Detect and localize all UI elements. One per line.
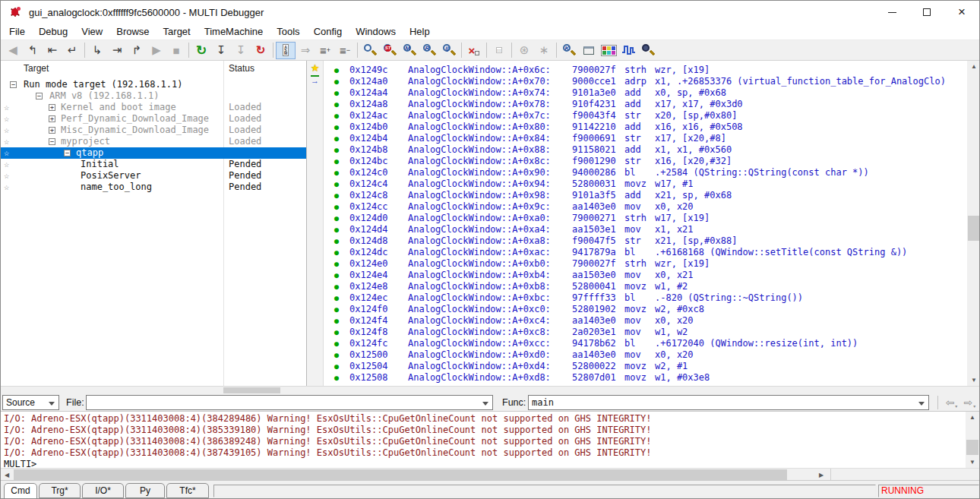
tree-row-run-mode-target[interactable]: Run mode target (192.168.1.1) xyxy=(1,79,306,90)
breakpoint-dot-icon[interactable] xyxy=(324,110,349,122)
go-resume-icon[interactable]: ↻ xyxy=(191,42,211,59)
tab-io[interactable]: I/O* xyxy=(82,483,124,498)
step-over-icon[interactable]: ⇥ xyxy=(107,42,127,59)
disasm-row[interactable]: 0x124f0 AnalogClockWindow::A+0xc0: 52801… xyxy=(324,304,967,315)
disasm-row[interactable]: 0x124fc AnalogClockWindow::A+0xcc: 94178… xyxy=(324,338,967,349)
scroll-right-icon[interactable]: ▶ xyxy=(815,469,827,481)
tree-expander-icon[interactable] xyxy=(10,81,17,88)
breakpoint-dot-icon[interactable] xyxy=(324,167,349,178)
breakpoint-dot-icon[interactable] xyxy=(324,178,349,190)
scroll-up-icon[interactable]: ▲ xyxy=(967,61,980,72)
scroll-up-icon[interactable]: ▲ xyxy=(966,412,979,423)
disasm-row[interactable]: 0x124c8 AnalogClockWindow::A+0x98: 9101a… xyxy=(324,190,967,201)
source-mode-select[interactable]: Source xyxy=(2,395,59,410)
tab-tfc[interactable]: Tfc* xyxy=(166,483,209,498)
tree-hscrollbar[interactable] xyxy=(1,386,979,393)
disasm-row[interactable]: 0x124ac AnalogClockWindow::A+0x7c: f9004… xyxy=(324,110,967,122)
tree-row-name-too-long[interactable]: name_too_long Pended xyxy=(1,182,306,193)
disasm-vscrollbar[interactable]: ▲ ▼ xyxy=(967,61,980,386)
step-into-icon[interactable]: ↳ xyxy=(87,42,107,59)
disasm-row[interactable]: 0x12508 AnalogClockWindow::A+0xd8: 52807… xyxy=(324,372,967,384)
event-analyzer-icon[interactable] xyxy=(618,42,638,59)
view-source-window-icon[interactable] xyxy=(360,42,380,59)
bookmark-star-icon[interactable] xyxy=(4,170,16,182)
bookmark-star-icon[interactable] xyxy=(4,159,16,170)
disasm-row[interactable]: 0x124b0 AnalogClockWindow::A+0x80: 91142… xyxy=(324,122,967,133)
tree-row-initial[interactable]: Initial Pended xyxy=(1,159,306,170)
program-counter-icon[interactable]: → xyxy=(311,75,319,84)
tree-expander-icon[interactable] xyxy=(49,127,55,134)
disasm-row[interactable]: 0x124cc AnalogClockWindow::A+0x9c: aa140… xyxy=(324,201,967,213)
console-hscrollbar[interactable]: ◀ ▶ xyxy=(1,468,979,480)
bookmark-star-icon[interactable] xyxy=(4,136,16,147)
bookmark-star-icon[interactable] xyxy=(4,102,16,113)
console-vscroll-thumb[interactable] xyxy=(966,440,978,455)
disasm-row[interactable]: 0x124b4 AnalogClockWindow::A+0x84: f9000… xyxy=(324,133,967,144)
breakpoint-dot-icon[interactable] xyxy=(324,304,349,315)
halt-icon[interactable]: ■ xyxy=(166,42,186,59)
tree-row-qtapp[interactable]: qtapp xyxy=(1,147,306,159)
disasm-row[interactable]: 0x1249c AnalogClockWindow::A+0x6c: 79000… xyxy=(324,65,967,76)
breakpoint-dot-icon[interactable] xyxy=(324,156,349,167)
breakpoint-dot-icon[interactable] xyxy=(324,315,349,327)
tree-row-myproject[interactable]: myproject Loaded xyxy=(1,136,306,147)
disasm-row[interactable]: 0x12504 AnalogClockWindow::A+0xd4: 52800… xyxy=(324,361,967,372)
disasm-vscroll-thumb[interactable] xyxy=(968,216,980,241)
bookmark-star-icon[interactable] xyxy=(4,182,16,193)
editor-icon[interactable]: ≡≡ xyxy=(489,42,509,59)
view-stops-window-icon[interactable]: ST xyxy=(380,42,400,59)
favorite-star-icon[interactable]: ★ xyxy=(311,63,320,74)
disasm-row[interactable]: 0x124a4 AnalogClockWindow::A+0x74: 9101a… xyxy=(324,87,967,99)
disasm-row[interactable]: 0x124d0 AnalogClockWindow::A+0xa0: 79000… xyxy=(324,213,967,224)
navigate-forward-button[interactable]: ⇨▾ xyxy=(961,395,978,410)
disasm-row[interactable]: 0x124e0 AnalogClockWindow::A+0xb0: 79000… xyxy=(324,258,967,270)
minimize-button[interactable] xyxy=(874,1,909,24)
menu-tools[interactable]: Tools xyxy=(270,24,306,39)
console-hscroll-thumb[interactable] xyxy=(14,469,787,480)
menu-view[interactable]: View xyxy=(74,24,109,39)
expand-blocks-icon[interactable]: ≡+ xyxy=(315,42,335,59)
connect-target-icon[interactable]: ⊛ xyxy=(514,42,534,59)
menu-debug[interactable]: Debug xyxy=(32,24,74,39)
breakpoint-dot-icon[interactable] xyxy=(324,281,349,292)
tree-expander-icon[interactable] xyxy=(49,104,55,111)
load-symbols-icon[interactable]: ↧ xyxy=(231,42,251,59)
tree-expander-icon[interactable] xyxy=(64,150,71,156)
scroll-left-icon[interactable]: ◀ xyxy=(1,469,13,481)
bookmark-star-icon[interactable] xyxy=(4,113,16,125)
navigate-back-button[interactable]: ⇦▾ xyxy=(943,395,960,410)
breakpoints-window-icon[interactable]: × xyxy=(464,42,484,59)
step-back-icon[interactable]: ⇤ xyxy=(43,42,62,59)
disasm-row[interactable]: 0x124e4 AnalogClockWindow::A+0xb4: aa150… xyxy=(324,270,967,281)
search-icon[interactable] xyxy=(638,42,658,59)
restart-icon[interactable]: ↻ xyxy=(251,42,270,59)
return-from-call-icon[interactable]: ↰ xyxy=(23,42,43,59)
disasm-row[interactable]: 0x124a8 AnalogClockWindow::A+0x78: 910f4… xyxy=(324,99,967,110)
tree-row-posixserver[interactable]: PosixServer Pended xyxy=(1,170,306,182)
breakpoint-dot-icon[interactable] xyxy=(324,99,349,110)
breakpoint-dot-icon[interactable] xyxy=(324,327,349,338)
menu-target[interactable]: Target xyxy=(156,24,198,39)
assembly-view-toggle[interactable]: ASM xyxy=(276,42,296,59)
breakpoint-dot-icon[interactable] xyxy=(324,338,349,349)
breakpoint-dot-icon[interactable] xyxy=(324,122,349,133)
disasm-row[interactable]: 0x124e8 AnalogClockWindow::A+0xb8: 52800… xyxy=(324,281,967,292)
menu-config[interactable]: Config xyxy=(307,24,349,39)
console-prompt[interactable]: MULTI> xyxy=(4,459,967,468)
menu-browse[interactable]: Browse xyxy=(109,24,156,39)
breakpoint-dot-icon[interactable] xyxy=(324,292,349,304)
breakpoint-dot-icon[interactable] xyxy=(324,361,349,372)
menu-file[interactable]: File xyxy=(2,24,32,39)
scroll-down-icon[interactable]: ▼ xyxy=(967,374,980,386)
tree-row-arm-v8[interactable]: ARM v8 (192.168.1.1) xyxy=(1,90,306,102)
breakpoint-dot-icon[interactable] xyxy=(324,349,349,361)
tree-header-status[interactable]: Status xyxy=(229,63,254,74)
bookmark-star-icon[interactable] xyxy=(4,147,16,159)
tab-py[interactable]: Py xyxy=(125,483,165,498)
disasm-row[interactable]: 0x124d8 AnalogClockWindow::A+0xa8: f9004… xyxy=(324,235,967,247)
download-icon[interactable]: ↧ xyxy=(211,42,231,59)
disasm-row[interactable]: 0x124c4 AnalogClockWindow::A+0x94: 52800… xyxy=(324,178,967,190)
step-back-into-icon[interactable]: ↵ xyxy=(62,42,82,59)
breakpoint-dot-icon[interactable] xyxy=(324,247,349,258)
scroll-down-icon[interactable]: ▼ xyxy=(966,456,979,468)
